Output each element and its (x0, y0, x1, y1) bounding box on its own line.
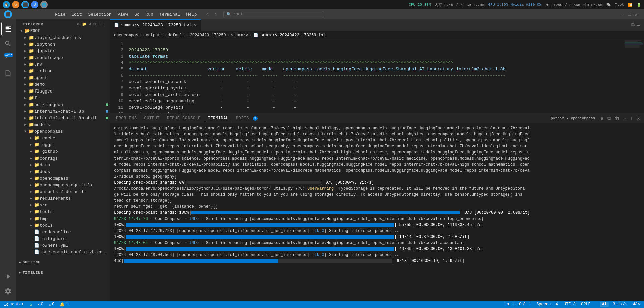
editor-content[interactable]: 12345 678910 1112 20240423_173259 tabula… (110, 39, 624, 113)
more-tabs-icon[interactable]: ⋯ (636, 22, 641, 29)
list-item[interactable]: ▶ 📁 requirements (16, 195, 110, 202)
list-item[interactable]: ▶ 📄 .gitignore (16, 235, 110, 242)
breadcrumb-default[interactable]: default (168, 33, 184, 38)
list-item[interactable]: ▶ 📁 opencompass.egg-info (16, 182, 110, 188)
ai-badge[interactable]: AI (600, 302, 609, 307)
list-item[interactable]: ▶ 📁 internlm2-chat-1_8b (16, 108, 110, 115)
tab-terminal[interactable]: TERMINAL (205, 115, 232, 122)
eol[interactable]: CRLF (580, 302, 592, 307)
list-item[interactable]: ▶ 📁 agent (16, 74, 110, 81)
new-file-icon[interactable]: ⊕ (77, 22, 80, 26)
list-item[interactable]: ▶ 📁 ft (16, 95, 110, 101)
forward-button[interactable]: › (212, 11, 219, 18)
breadcrumb-summary[interactable]: summary (231, 33, 248, 38)
list-item[interactable]: ▶ 📁 .nv (16, 61, 110, 68)
back-button[interactable]: ‹ (204, 11, 211, 18)
extensions-activity-icon[interactable] (1, 66, 15, 80)
terminal-area[interactable]: compass.models.huggingface.HuggingFace_m… (110, 123, 644, 301)
menu-terminal[interactable]: Terminal (157, 11, 183, 18)
list-item[interactable]: ▶ 📁 .triton (16, 68, 110, 74)
list-item[interactable]: ▶ 📄 .pre-commit-config-zh-cn.yaml (16, 249, 110, 255)
close-panel-icon[interactable]: ✕ (636, 115, 641, 122)
list-item[interactable]: ▶ 📄 .codespellrc (16, 229, 110, 235)
menu-selection[interactable]: Selection (85, 11, 114, 18)
tmp-folder[interactable]: ▶ 📁 tmp (16, 215, 110, 222)
menu-run[interactable]: Run (143, 11, 156, 18)
list-item[interactable]: ▶ 📁 outputs / default (16, 188, 110, 195)
list-item[interactable]: ▶ 📁 data (16, 162, 110, 168)
list-item[interactable]: ▶ 📁 .jupyter (16, 48, 110, 54)
list-item[interactable]: ▶ 📁 configs (16, 155, 110, 162)
menu-view[interactable]: View (115, 11, 131, 18)
list-item[interactable]: ▶ 📁 src (16, 202, 110, 208)
editor-text-content[interactable]: 20240423_173259 tabulate format ^^^^^^^^… (126, 39, 624, 113)
opencompass-folder[interactable]: ▼ 📂 opencompass (16, 128, 110, 135)
breadcrumb-file[interactable]: 📄 summary_20240423_173259.txt (253, 33, 326, 38)
new-folder-icon[interactable]: 📁 (82, 22, 87, 26)
list-item[interactable]: ▶ 📁 opencompass (16, 175, 110, 182)
list-item[interactable]: ▶ 📁 .eggs (16, 141, 110, 148)
more-panel-icon[interactable]: ⋯ (622, 115, 628, 122)
search-bar[interactable]: 🔍 root (223, 11, 324, 18)
browser-icon[interactable]: 🌐 (40, 1, 48, 8)
menu-go[interactable]: Go (131, 11, 142, 18)
menu-help[interactable]: Help (183, 11, 199, 18)
outline-section[interactable]: ▶ OUTLINE (16, 255, 110, 266)
orange-icon[interactable]: ⚙ (12, 1, 19, 8)
minimize-button[interactable]: ─ (621, 12, 627, 17)
collapse-icon[interactable]: ⊟ (94, 22, 96, 26)
vscode-icon[interactable]: ⬛ (21, 1, 29, 8)
spaces[interactable]: Spaces: 4 (535, 302, 559, 307)
list-item[interactable]: ▶ 📁 tests (16, 208, 110, 215)
tab-ports[interactable]: PORTS 1 (233, 115, 261, 122)
run-activity-icon[interactable] (1, 270, 15, 283)
cache-folder[interactable]: ▶ 📁 .cache (16, 135, 110, 141)
search-activity-icon[interactable] (1, 37, 15, 50)
list-item[interactable]: ▶ 📁 .modelscope (16, 54, 110, 61)
tab-debug-console[interactable]: DEBUG CONSOLE (164, 115, 204, 122)
list-item[interactable]: ▶ 📁 huixiangdou (16, 101, 110, 108)
tab-output[interactable]: OUTPUT (141, 115, 163, 122)
git-branch[interactable]: ⎇ master (3, 302, 25, 307)
kill-terminal-icon[interactable]: 🗑 (613, 115, 621, 122)
maximize-panel-icon[interactable]: ⬆ (629, 115, 634, 122)
list-item[interactable]: ▶ 📁 tools (16, 222, 110, 229)
add-terminal-icon[interactable]: ⊕ (599, 115, 604, 122)
tab-close-button[interactable]: ✕ (194, 22, 197, 28)
breadcrumb-date[interactable]: 20240423_173259 (190, 33, 226, 38)
menu-file[interactable]: File (52, 11, 68, 18)
list-item[interactable]: ▶ 📁 models (16, 121, 110, 128)
more-actions-icon[interactable]: ··· (98, 22, 106, 26)
toot-icon[interactable]: 🐘 (606, 3, 611, 7)
active-tab[interactable]: 📄 summary_20240423_173259.txt ✕ (110, 19, 201, 31)
breadcrumb-outputs[interactable]: outputs (146, 33, 162, 38)
list-item[interactable]: ▶ 📁 .github (16, 148, 110, 155)
settings-activity-icon[interactable] (1, 285, 15, 298)
refresh-icon[interactable]: ↺ (89, 22, 92, 26)
encoding[interactable]: UTF-8 (562, 302, 577, 307)
sync-button[interactable]: ↺ (28, 302, 33, 307)
root-folder[interactable]: ▼ 📂 ROOT (16, 28, 110, 34)
list-item[interactable]: ▶ 📄 .owners.yml (16, 242, 110, 249)
explorer-activity-icon[interactable] (1, 22, 15, 36)
list-item[interactable]: ▶ 📁 .ipynb_checkpoints (16, 34, 110, 41)
list-item[interactable]: ▶ 📁 .ipython (16, 41, 110, 48)
notification-count[interactable]: 🔔 1 (58, 302, 69, 307)
maximize-button[interactable]: □ (628, 12, 633, 17)
blue-icon[interactable]: B (31, 1, 38, 8)
close-button[interactable]: ✕ (635, 12, 640, 17)
error-count[interactable]: ✕ 0 (36, 302, 44, 307)
split-terminal-icon[interactable]: ⧉ (606, 115, 612, 122)
warning-count[interactable]: ⚠ 0 (47, 302, 56, 307)
line-col[interactable]: Ln 1, Col 1 (503, 302, 532, 307)
arch-icon[interactable]: 🐧 (3, 1, 10, 8)
list-item[interactable]: ▶ 📁 flagged (16, 88, 110, 95)
source-control-activity-icon[interactable]: 10k+ (1, 52, 15, 65)
timeline-section[interactable]: ▶ TIMELINE (16, 266, 110, 276)
list-item[interactable]: ▶ 📁 demo (16, 81, 110, 88)
split-editor-icon[interactable]: ⧉ (630, 22, 636, 28)
tab-problems[interactable]: PROBLEMS (113, 115, 140, 122)
breadcrumb-opencompass[interactable]: opencompass (114, 33, 141, 38)
list-item[interactable]: ▶ 📁 internlm2-chat-1_8b-4bit (16, 115, 110, 121)
menu-edit[interactable]: Edit (69, 11, 85, 18)
